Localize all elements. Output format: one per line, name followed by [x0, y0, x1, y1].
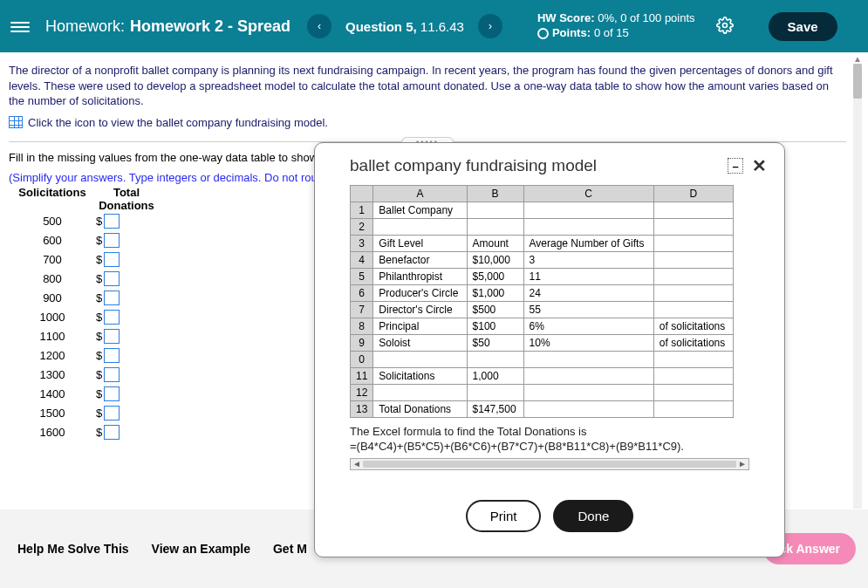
cell-d	[653, 401, 733, 418]
cell-d	[653, 352, 733, 368]
cell-d	[653, 219, 733, 236]
dollar-sign: $	[96, 330, 102, 343]
cell-c: 3	[523, 252, 653, 269]
cell-d	[653, 202, 733, 219]
cell-d	[653, 368, 733, 385]
sheet-row: 1Ballet Company	[351, 202, 734, 219]
print-button[interactable]: Print	[466, 500, 542, 532]
donation-input[interactable]	[104, 386, 120, 401]
solicitations-value: 1600	[9, 426, 96, 439]
question-number: Question 5, 11.6.43	[345, 19, 464, 34]
donation-input[interactable]	[104, 310, 120, 325]
cell-a: Benefactor	[373, 252, 467, 269]
top-bar: Homework: Homework 2 - Spread... ‹ Quest…	[0, 0, 868, 52]
solicitations-value: 800	[9, 272, 96, 285]
model-hint-text: Click the icon to view the ballet compan…	[28, 116, 328, 129]
save-button[interactable]: Save	[769, 12, 837, 41]
solicitations-value: 1300	[9, 368, 96, 381]
cell-d	[653, 236, 733, 252]
donation-input[interactable]	[104, 406, 120, 420]
next-question-button[interactable]: ›	[478, 14, 502, 38]
prev-question-button[interactable]: ‹	[307, 14, 331, 38]
gear-icon[interactable]	[716, 17, 734, 37]
cell-d: of solicitations	[653, 335, 733, 352]
minimize-button[interactable]: –	[728, 158, 743, 174]
model-link-row: Click the icon to view the ballet compan…	[9, 116, 859, 129]
row-number: 3	[351, 236, 373, 252]
row-number: 13	[351, 401, 373, 418]
row-number: 9	[351, 335, 373, 352]
col-header: B	[467, 186, 523, 202]
col-solicitations: Solicitations	[9, 186, 96, 212]
dollar-sign: $	[96, 234, 102, 247]
cell-b: $50	[467, 335, 523, 352]
dollar-sign: $	[96, 272, 102, 285]
donation-input[interactable]	[104, 291, 120, 305]
solicitations-value: 1500	[9, 407, 96, 420]
dollar-sign: $	[96, 407, 102, 420]
cell-d	[653, 285, 733, 302]
sheet-row: 3Gift LevelAmountAverage Number of Gifts	[351, 236, 734, 252]
row-number: 0	[351, 352, 373, 368]
cell-c: 11	[523, 269, 653, 285]
cell-b: $500	[467, 302, 523, 318]
donation-input[interactable]	[104, 348, 120, 363]
dollar-sign: $	[96, 387, 102, 400]
solicitations-value: 500	[9, 215, 96, 228]
cell-b: Amount	[467, 236, 523, 252]
cell-c	[523, 385, 653, 401]
horizontal-scrollbar[interactable]: ◄►	[350, 458, 749, 470]
solicitations-value: 700	[9, 253, 96, 266]
cell-a: Solicitations	[373, 368, 467, 385]
col-header: A	[373, 186, 467, 202]
cell-d: of solicitations	[653, 318, 733, 335]
donation-input[interactable]	[104, 329, 120, 344]
sheet-row: 12	[351, 385, 734, 401]
spreadsheet-icon[interactable]	[9, 116, 23, 128]
close-button[interactable]: ✕	[752, 155, 767, 176]
solicitations-value: 900	[9, 291, 96, 304]
row-number: 8	[351, 318, 373, 335]
cell-a	[373, 385, 467, 401]
dollar-sign: $	[96, 368, 102, 381]
sheet-row: 7Director's Circle$50055	[351, 302, 734, 318]
sheet-row: 6Producer's Circle$1,00024	[351, 285, 734, 302]
hw-name: Homework 2 - Spread...	[130, 17, 290, 36]
cell-a	[373, 352, 467, 368]
row-number: 11	[351, 368, 373, 385]
cell-a: Ballet Company	[373, 202, 467, 219]
help-solve-button[interactable]: Help Me Solve This	[17, 542, 129, 556]
solicitations-value: 1200	[9, 349, 96, 362]
donation-input[interactable]	[104, 425, 120, 440]
donation-input[interactable]	[104, 252, 120, 267]
menu-icon[interactable]	[10, 19, 30, 33]
done-button[interactable]: Done	[553, 500, 633, 532]
donation-input[interactable]	[104, 233, 120, 248]
cell-c	[523, 202, 653, 219]
cell-c: 24	[523, 285, 653, 302]
dollar-sign: $	[96, 426, 102, 439]
row-number: 4	[351, 252, 373, 269]
cell-d	[653, 302, 733, 318]
sheet-row: 0	[351, 352, 734, 368]
cell-c	[523, 219, 653, 236]
donation-input[interactable]	[104, 367, 120, 382]
row-number: 2	[351, 219, 373, 236]
donation-input[interactable]	[104, 271, 120, 286]
cell-b: $1,000	[467, 285, 523, 302]
model-dialog: ballet company fundraising model – ✕ ABC…	[314, 142, 785, 557]
cell-b	[467, 385, 523, 401]
dialog-title: ballet company fundraising model	[350, 156, 597, 175]
cell-c	[523, 368, 653, 385]
score-block: HW Score: 0%, 0 of 100 points Points: 0 …	[537, 11, 695, 41]
cell-b: $10,000	[467, 252, 523, 269]
sheet-row: 9Soloist$5010%of solicitations	[351, 335, 734, 352]
donation-input[interactable]	[104, 214, 120, 229]
cell-a: Producer's Circle	[373, 285, 467, 302]
get-more-button[interactable]: Get M	[273, 542, 307, 556]
view-example-button[interactable]: View an Example	[152, 542, 250, 556]
solicitations-value: 1400	[9, 387, 96, 400]
col-donations: Total Donations	[96, 186, 157, 212]
sheet-row: 5Philanthropist$5,00011	[351, 269, 734, 285]
solicitations-value: 600	[9, 234, 96, 247]
